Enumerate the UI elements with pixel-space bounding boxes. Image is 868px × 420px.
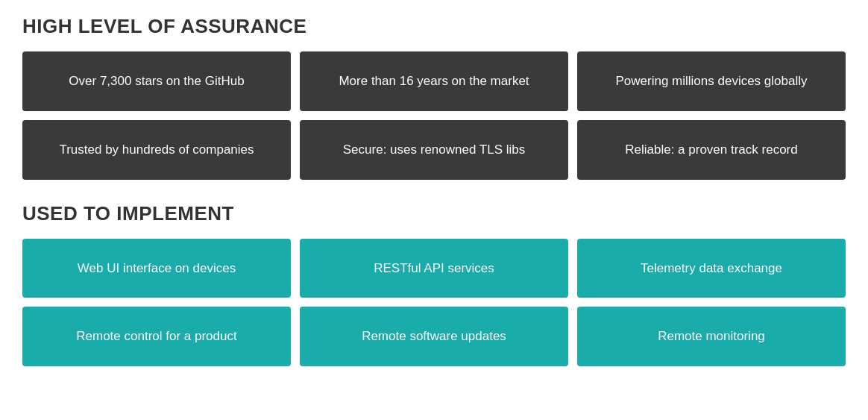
card-tls-libs: Secure: uses renowned TLS libs	[300, 120, 568, 180]
implement-grid: Web UI interface on devices RESTful API …	[22, 239, 846, 367]
card-software-updates: Remote software updates	[300, 307, 568, 366]
card-web-ui: Web UI interface on devices	[22, 239, 291, 298]
assurance-title: HIGH LEVEL OF ASSURANCE	[22, 15, 846, 38]
card-powering-devices: Powering millions devices globally	[577, 51, 846, 111]
assurance-section: HIGH LEVEL OF ASSURANCE Over 7,300 stars…	[22, 15, 846, 180]
card-github-stars: Over 7,300 stars on the GitHub	[22, 51, 291, 111]
implement-title: USED TO IMPLEMENT	[22, 202, 846, 225]
implement-section: USED TO IMPLEMENT Web UI interface on de…	[22, 202, 846, 367]
card-remote-monitoring: Remote monitoring	[577, 307, 846, 366]
card-proven-track: Reliable: a proven track record	[577, 120, 846, 180]
card-years-market: More than 16 years on the market	[300, 51, 568, 111]
card-trusted-companies: Trusted by hundreds of companies	[22, 120, 291, 180]
assurance-grid: Over 7,300 stars on the GitHub More than…	[22, 51, 846, 180]
card-restful-api: RESTful API services	[300, 239, 568, 298]
card-telemetry: Telemetry data exchange	[577, 239, 846, 298]
card-remote-control: Remote control for a product	[22, 307, 291, 366]
